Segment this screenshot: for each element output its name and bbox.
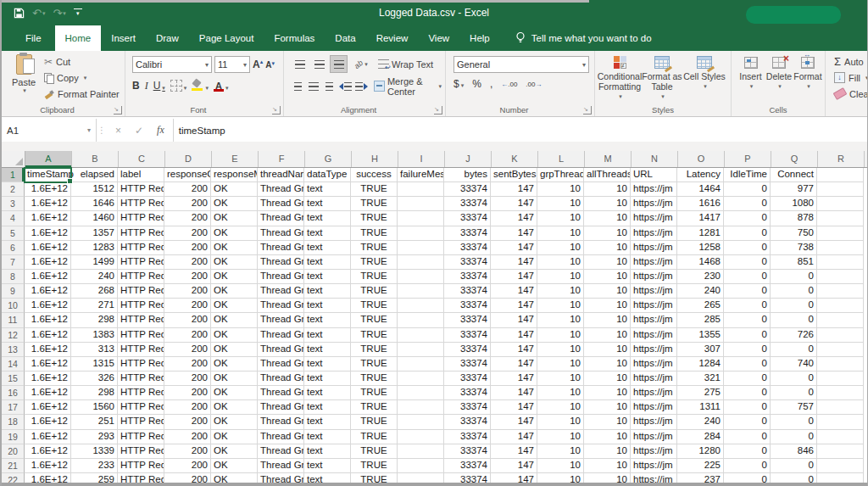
italic-button[interactable]: I (145, 80, 148, 92)
cell-L21[interactable]: 10 (537, 459, 584, 473)
cell-C13[interactable]: HTTP Request (118, 343, 164, 357)
increase-indent-button[interactable] (354, 77, 369, 95)
cell-E21[interactable]: OK (211, 459, 258, 473)
cell-I8[interactable] (398, 270, 444, 284)
cell-K5[interactable]: 147 (491, 226, 537, 241)
cell-A11[interactable]: 1.6E+12 (25, 313, 71, 327)
cell-H7[interactable]: TRUE (351, 255, 398, 270)
cell-R4[interactable] (817, 211, 864, 226)
cell-G1[interactable]: dataType (304, 168, 351, 182)
cell-N6[interactable]: https://jm (631, 241, 677, 255)
cell-A8[interactable]: 1.6E+12 (25, 270, 71, 284)
cell-O5[interactable]: 1281 (677, 226, 724, 241)
cell-O20[interactable]: 1280 (677, 444, 724, 459)
column-header-F[interactable]: F (259, 151, 305, 167)
cell-M8[interactable]: 10 (584, 270, 631, 284)
cell-L17[interactable]: 10 (537, 400, 584, 415)
cell-F12[interactable]: Thread Group (258, 328, 304, 343)
cell-R17[interactable] (817, 400, 864, 415)
cell-L2[interactable]: 10 (537, 182, 584, 197)
cell-G13[interactable]: text (304, 343, 351, 357)
cell-F19[interactable]: Thread Group (258, 430, 304, 444)
cell-J8[interactable]: 33374 (444, 270, 491, 284)
cell-Q13[interactable]: 0 (771, 343, 817, 357)
cell-Q14[interactable]: 740 (771, 357, 817, 371)
cell-M15[interactable]: 10 (584, 371, 631, 386)
cell-F10[interactable]: Thread Group (258, 299, 304, 313)
cell-K10[interactable]: 147 (491, 299, 537, 313)
cell-J21[interactable]: 33374 (444, 459, 491, 473)
cell-Q6[interactable]: 738 (771, 241, 817, 255)
cell-L7[interactable]: 10 (537, 255, 584, 270)
cell-E5[interactable]: OK (211, 226, 258, 241)
cell-I17[interactable] (398, 400, 444, 415)
cell-Q7[interactable]: 851 (771, 255, 817, 270)
cell-E2[interactable]: OK (211, 182, 258, 197)
cell-P17[interactable]: 0 (724, 400, 771, 415)
cell-D10[interactable]: 200 (164, 299, 211, 313)
cell-H2[interactable]: TRUE (351, 182, 398, 197)
cell-E12[interactable]: OK (211, 328, 258, 343)
top-align-button[interactable] (291, 55, 309, 73)
cell-L13[interactable]: 10 (537, 343, 584, 357)
cell-N14[interactable]: https://jm (631, 357, 677, 371)
clipboard-dialog-launcher[interactable]: ↘ (114, 106, 122, 115)
cell-B4[interactable]: 1460 (71, 211, 118, 226)
cell-G15[interactable]: text (304, 371, 351, 386)
tab-page-layout[interactable]: Page Layout (189, 25, 264, 51)
user-badge[interactable] (746, 6, 841, 24)
cell-A10[interactable]: 1.6E+12 (25, 299, 71, 313)
cell-P5[interactable]: 0 (724, 226, 771, 241)
cell-K21[interactable]: 147 (491, 459, 537, 473)
cell-B6[interactable]: 1283 (71, 241, 118, 255)
cell-Q8[interactable]: 0 (771, 270, 817, 284)
tab-file[interactable]: File (12, 25, 55, 51)
cell-N5[interactable]: https://jm (631, 226, 677, 241)
cell-R19[interactable] (817, 430, 864, 444)
copy-button[interactable]: Copy ▾ (44, 71, 120, 84)
tab-help[interactable]: Help (459, 25, 500, 51)
cell-H3[interactable]: TRUE (351, 197, 398, 211)
cell-D11[interactable]: 200 (164, 313, 211, 327)
cell-F5[interactable]: Thread Group (258, 226, 304, 241)
column-header-B[interactable]: B (72, 151, 119, 167)
cell-P3[interactable]: 0 (724, 197, 771, 211)
percent-button[interactable]: % (472, 78, 481, 90)
cell-O9[interactable]: 240 (677, 284, 724, 299)
autosum-button[interactable]: Σ Auto (834, 55, 868, 68)
cell-P8[interactable]: 0 (724, 270, 771, 284)
column-header-E[interactable]: E (212, 151, 259, 167)
cell-F7[interactable]: Thread Group (258, 255, 304, 270)
cell-K15[interactable]: 147 (491, 371, 537, 386)
cell-A15[interactable]: 1.6E+12 (25, 371, 71, 386)
cell-I3[interactable] (398, 197, 444, 211)
cell-A5[interactable]: 1.6E+12 (25, 226, 71, 241)
cell-J10[interactable]: 33374 (444, 299, 491, 313)
row-header-20[interactable]: 20 (2, 444, 25, 459)
cell-A14[interactable]: 1.6E+12 (25, 357, 71, 371)
row-header-7[interactable]: 7 (2, 255, 25, 270)
cell-R5[interactable] (817, 226, 864, 241)
column-header-D[interactable]: D (165, 151, 212, 167)
cell-P14[interactable]: 0 (724, 357, 771, 371)
cell-O14[interactable]: 1284 (677, 357, 724, 371)
cell-Q9[interactable]: 0 (771, 284, 817, 299)
cell-D2[interactable]: 200 (164, 182, 211, 197)
name-box-dropdown-icon[interactable]: ▾ (87, 126, 91, 134)
cell-C8[interactable]: HTTP Request (118, 270, 164, 284)
cell-Q4[interactable]: 878 (771, 211, 817, 226)
number-dialog-launcher[interactable]: ↘ (583, 106, 592, 115)
cell-K4[interactable]: 147 (491, 211, 537, 226)
cell-H18[interactable]: TRUE (351, 415, 398, 429)
cell-F2[interactable]: Thread Group (258, 182, 304, 197)
cell-N18[interactable]: https://jm (631, 415, 677, 429)
cell-E18[interactable]: OK (211, 415, 258, 429)
cell-B20[interactable]: 1339 (71, 444, 118, 459)
paste-dropdown-icon[interactable]: ▾ (23, 87, 26, 94)
cell-Q10[interactable]: 0 (771, 299, 817, 313)
cell-M5[interactable]: 10 (584, 226, 631, 241)
cell-D9[interactable]: 200 (164, 284, 211, 299)
format-painter-button[interactable]: Format Painter (44, 87, 120, 100)
cell-L16[interactable]: 10 (537, 386, 584, 400)
cell-E15[interactable]: OK (211, 371, 258, 386)
